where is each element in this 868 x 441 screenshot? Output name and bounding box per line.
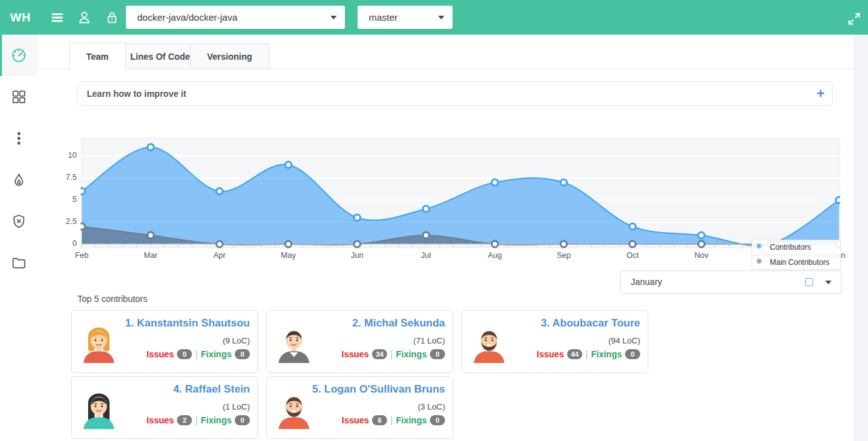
y-axis-tick-label: 2.5	[52, 217, 77, 226]
contributor-loc: (94 LoC)	[608, 336, 640, 345]
x-axis-tick-label: Sep	[556, 251, 570, 260]
month-select[interactable]: January	[620, 271, 842, 294]
legend-dot-icon	[757, 243, 762, 248]
contributor-loc: (3 LoC)	[418, 402, 445, 411]
legend-dot-icon	[757, 259, 762, 264]
y-axis-tick-label: 5	[52, 195, 77, 204]
gauge-icon	[11, 47, 27, 64]
contributor-stats: Issues6|Fixings0	[342, 415, 445, 426]
x-axis-tick-label: Apr	[213, 251, 225, 260]
y-axis-tick-label: 7.5	[52, 173, 77, 182]
tab-team[interactable]: Team	[69, 43, 126, 69]
stats-separator: |	[387, 349, 396, 359]
x-axis-tick-label: Jul	[421, 251, 431, 260]
folder-icon	[11, 255, 27, 271]
contributor-card: 1. Kanstantsin Shautsou (9 LoC) Issues0|…	[71, 310, 258, 373]
contributor-card: 4. Raffael Stein (1 LoC) Issues2|Fixings…	[71, 376, 258, 439]
issues-count-badge: 6	[372, 415, 387, 425]
avatar	[78, 388, 120, 429]
x-axis-tick-label: Mar	[144, 251, 158, 260]
fixings-count-badge: 0	[430, 415, 445, 425]
square-icon	[805, 278, 813, 286]
stats-separator: |	[582, 349, 591, 359]
top-bar: WH docker-java/docker-java master	[0, 0, 868, 35]
contributor-stats: Issues44|Fixings0	[537, 349, 641, 360]
issues-count-badge: 2	[177, 415, 192, 425]
x-axis-tick-label: Nov	[694, 251, 708, 260]
chevron-down-icon	[330, 16, 337, 20]
fixings-label: Fixings	[591, 349, 622, 359]
flame-icon	[11, 172, 27, 188]
sidebar-item-modules[interactable]	[0, 76, 38, 118]
chart-plot-area[interactable]	[81, 137, 840, 252]
improve-panel-label: Learn how to improve it	[87, 82, 186, 106]
fixings-label: Fixings	[201, 415, 232, 425]
x-axis-tick-label: Feb	[75, 251, 89, 260]
contributor-loc: (9 LoC)	[223, 336, 250, 345]
avatar	[468, 321, 510, 363]
contributor-card: 2. Michał Sekunda (71 LoC) Issues34|Fixi…	[266, 310, 453, 373]
user-icon[interactable]	[76, 9, 93, 26]
sidebar-item-files[interactable]	[0, 242, 38, 284]
sidebar-item-dashboard[interactable]	[0, 35, 38, 76]
x-axis-tick-label: May	[281, 251, 296, 260]
fixings-label: Fixings	[396, 349, 427, 359]
tab-bar: Team Lines Of Code Versioning	[38, 43, 854, 69]
fixings-count-badge: 0	[235, 349, 250, 359]
issues-label: Issues	[342, 349, 369, 359]
stats-separator: |	[387, 415, 396, 425]
y-axis-tick-label: 0	[52, 239, 77, 248]
fixings-count-badge: 0	[430, 349, 445, 359]
fixings-count-badge: 0	[625, 349, 640, 359]
chevron-down-icon	[438, 16, 444, 20]
issues-count-badge: 44	[567, 349, 582, 359]
issues-count-badge: 34	[372, 349, 387, 359]
issues-label: Issues	[147, 415, 174, 425]
x-axis-tick-label: Oct	[626, 251, 638, 260]
expand-icon[interactable]	[846, 11, 860, 25]
contributor-name[interactable]: 3. Aboubacar Toure	[541, 317, 640, 330]
fixings-label: Fixings	[201, 349, 232, 359]
sidebar-item-security[interactable]	[0, 201, 38, 242]
grid-icon	[11, 89, 27, 105]
issues-label: Issues	[537, 349, 565, 359]
contributor-stats: Issues34|Fixings0	[342, 349, 446, 360]
stats-separator: |	[192, 415, 201, 425]
tab-versioning[interactable]: Versioning	[190, 43, 269, 69]
contributor-name[interactable]: 2. Michał Sekunda	[352, 317, 445, 330]
top-contributors-heading: Top 5 contributors	[77, 294, 147, 304]
main-content: Team Lines Of Code Versioning Learn how …	[38, 35, 854, 441]
improve-panel: Learn how to improve it +	[77, 81, 833, 106]
contributor-name[interactable]: 5. Logan O'Sullivan Bruns	[312, 383, 445, 396]
branch-select[interactable]: master	[358, 6, 453, 29]
chart-legend: ContributorsMain Contributors	[752, 240, 841, 270]
x-axis-tick-label: Jun	[351, 251, 363, 260]
hamburger-menu-icon[interactable]	[49, 9, 65, 26]
contributor-loc: (1 LoC)	[223, 402, 250, 411]
lock-icon[interactable]	[104, 9, 120, 26]
sidebar	[0, 35, 38, 441]
sidebar-item-hotspots[interactable]	[0, 159, 38, 201]
shield-x-icon	[11, 213, 27, 230]
contributor-name[interactable]: 1. Kanstantsin Shautsou	[125, 317, 250, 330]
contributors-chart[interactable]: ContributorsMain Contributors 02.557.510…	[38, 135, 850, 267]
repo-select-value: docker-java/docker-java	[137, 6, 237, 29]
contributor-name[interactable]: 4. Raffael Stein	[173, 383, 250, 396]
avatar	[273, 321, 315, 363]
month-select-value: January	[631, 271, 662, 293]
legend-label: Contributors	[770, 243, 811, 252]
issues-count-badge: 0	[177, 349, 192, 359]
expand-plus-button[interactable]: +	[816, 82, 825, 105]
contributor-card: 3. Aboubacar Toure (94 LoC) Issues44|Fix…	[461, 310, 648, 373]
stats-separator: |	[192, 349, 201, 359]
sidebar-item-more[interactable]	[0, 118, 38, 159]
repo-select[interactable]: docker-java/docker-java	[126, 6, 345, 29]
branch-select-value: master	[369, 6, 398, 29]
scrollbar-track[interactable]	[854, 35, 868, 441]
avatar	[78, 321, 120, 363]
y-axis-tick-label: 10	[52, 151, 77, 160]
contributor-stats: Issues0|Fixings0	[147, 349, 250, 360]
legend-item[interactable]: Main Contributors	[752, 255, 840, 269]
legend-item[interactable]: Contributors	[752, 240, 840, 255]
chevron-down-icon	[825, 281, 831, 284]
